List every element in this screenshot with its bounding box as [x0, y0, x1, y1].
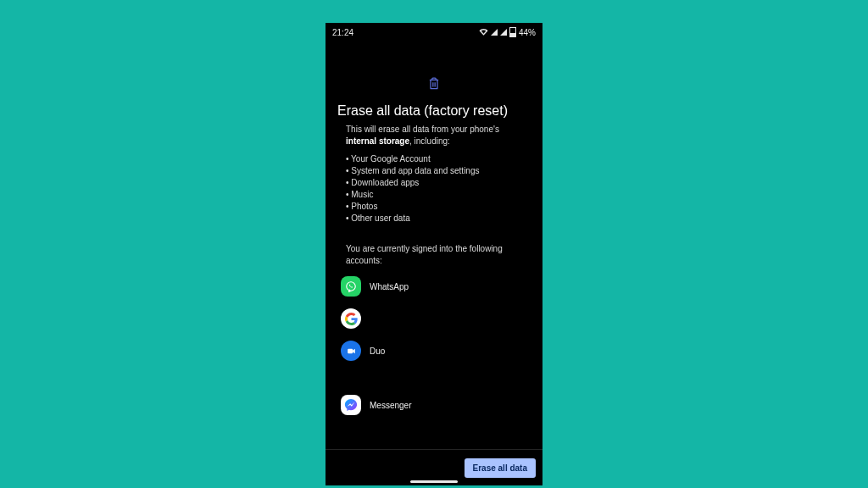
page-title: Erase all data (factory reset) — [337, 103, 531, 119]
description: This will erase all data from your phone… — [337, 124, 531, 147]
signed-in-text: You are currently signed into the follow… — [337, 243, 531, 266]
battery-icon — [509, 27, 516, 37]
account-list: WhatsApp — [337, 276, 531, 415]
account-whatsapp[interactable]: WhatsApp — [341, 276, 531, 297]
erase-list-item: System and app data and settings — [346, 165, 531, 177]
google-icon — [341, 308, 361, 329]
account-google[interactable] — [341, 308, 531, 329]
account-messenger[interactable]: Messenger — [341, 395, 531, 415]
account-label: Messenger — [370, 401, 411, 410]
content-area[interactable]: Erase all data (factory reset) This will… — [326, 77, 542, 415]
erase-list-item: Other user data — [346, 213, 531, 225]
wifi-icon — [479, 28, 488, 37]
svg-rect-2 — [348, 348, 353, 352]
erase-all-data-button[interactable]: Erase all data — [465, 458, 536, 478]
account-label: Duo — [370, 347, 385, 356]
whatsapp-icon — [341, 276, 361, 297]
status-bar: 21:24 44% — [326, 23, 542, 39]
signal-icon-2 — [500, 29, 507, 36]
svg-rect-0 — [431, 80, 437, 88]
status-time: 21:24 — [332, 28, 353, 37]
duo-icon — [341, 341, 361, 361]
nav-handle[interactable] — [410, 480, 458, 483]
phone-screen: 21:24 44% — [326, 23, 542, 485]
svg-point-1 — [347, 282, 356, 291]
erase-list-item: Downloaded apps — [346, 177, 531, 189]
erase-list-item: Photos — [346, 201, 531, 213]
messenger-icon — [341, 395, 361, 415]
account-duo[interactable]: Duo — [341, 341, 531, 361]
battery-percent: 44% — [519, 28, 536, 37]
erase-list: Your Google Account System and app data … — [337, 153, 531, 225]
signal-icon-1 — [491, 29, 498, 36]
erase-list-item: Your Google Account — [346, 153, 531, 165]
trash-icon — [428, 77, 440, 94]
erase-list-item: Music — [346, 189, 531, 201]
status-right: 44% — [479, 27, 536, 37]
account-label: WhatsApp — [370, 282, 409, 291]
